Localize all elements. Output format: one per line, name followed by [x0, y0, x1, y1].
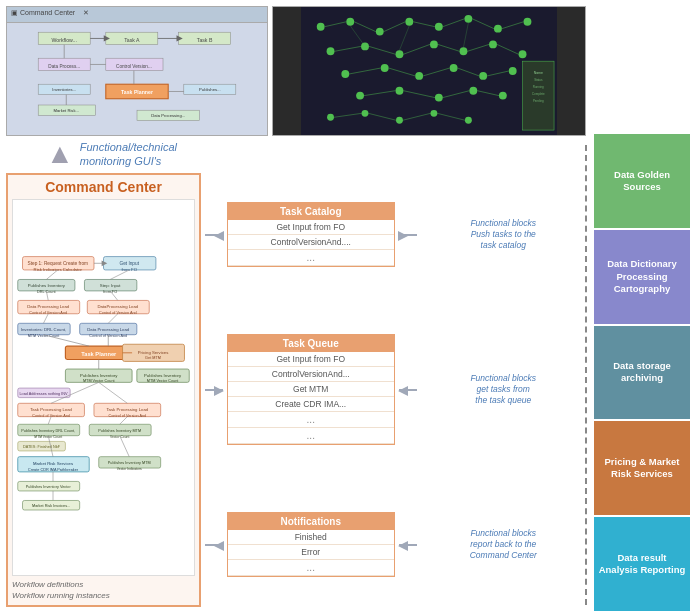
notifications-panel: Notifications Finished Error ...: [227, 512, 395, 577]
queue-annotation-text: Functional blocks get tasks from the tas…: [470, 373, 536, 406]
catalog-annotation: Functional blocks Push tasks to the task…: [421, 218, 587, 251]
task-catalog-row-3: ...: [228, 250, 394, 266]
notifications-row-3: ...: [228, 560, 394, 576]
screenshot-left-title: ▣ Command Center ✕: [11, 9, 89, 16]
svg-line-159: [48, 417, 51, 425]
queue-annotation: Functional blocks get tasks from the tas…: [421, 373, 587, 406]
svg-text:Publishes Inventory: Publishes Inventory: [144, 373, 182, 378]
task-queue-row-2: ControlVersionAnd...: [228, 367, 394, 382]
svg-text:Task Processing Load: Task Processing Load: [106, 407, 148, 412]
svg-text:Control Version...: Control Version...: [116, 64, 152, 69]
svg-text:DataProcessing Load: DataProcessing Load: [97, 304, 138, 309]
command-center-footer: Workflow definitions Workflow running in…: [12, 579, 195, 601]
svg-point-45: [327, 47, 335, 55]
main-area: ▣ Command Center ✕ Workflow... Task A Ta…: [0, 0, 592, 613]
svg-line-170: [120, 436, 130, 457]
notify-annotation: Functional blocks report back to the Com…: [421, 528, 587, 561]
svg-text:Publishes...: Publishes...: [199, 87, 221, 92]
card-pricing: Pricing & Market Risk Services: [594, 421, 690, 515]
svg-line-126: [43, 314, 48, 324]
svg-point-90: [430, 110, 437, 117]
screenshot-left-header: ▣ Command Center ✕: [7, 7, 267, 23]
svg-line-130: [43, 335, 89, 346]
task-queue-row-3: Get MTM: [228, 382, 394, 397]
notifications-row-2: Error: [228, 545, 394, 560]
svg-point-48: [430, 40, 438, 48]
svg-text:Step 1: Request Create from: Step 1: Request Create from: [28, 262, 89, 267]
task-queue-row: Task Queue Get Input from FO ControlVers…: [205, 303, 586, 477]
arrow-annotation-to-catalog: [399, 234, 417, 236]
panels-section: Task Catalog Get Input from FO ControlVe…: [205, 173, 586, 607]
svg-text:Pending: Pending: [533, 99, 544, 103]
svg-text:Get Input: Get Input: [119, 262, 139, 267]
svg-point-36: [494, 25, 502, 33]
svg-text:Task Processing Load: Task Processing Load: [30, 407, 72, 412]
svg-point-31: [346, 18, 354, 26]
svg-point-76: [499, 92, 507, 100]
command-center-title: Command Center: [12, 179, 195, 196]
svg-text:Task Planner: Task Planner: [81, 351, 117, 357]
svg-text:Complete: Complete: [532, 92, 545, 96]
task-queue-panel: Task Queue Get Input from FO ControlVers…: [227, 334, 395, 445]
sidebar-spacer: [594, 2, 690, 132]
svg-point-62: [381, 64, 389, 72]
svg-point-73: [396, 87, 404, 95]
svg-text:Task A: Task A: [124, 37, 140, 43]
task-queue-header: Task Queue: [228, 335, 394, 352]
svg-text:Load Addresses nothing INV: Load Addresses nothing INV: [19, 392, 68, 396]
svg-point-91: [465, 117, 472, 124]
svg-point-61: [341, 70, 349, 78]
command-center-box: Command Center Step 1: Request Create fr…: [6, 173, 201, 607]
svg-text:Task B: Task B: [197, 37, 213, 43]
svg-text:Data Processing Load: Data Processing Load: [87, 327, 130, 332]
card-result: Data result Analysis Reporting: [594, 517, 690, 611]
task-queue-row-5: ...: [228, 412, 394, 428]
workflow-diagram-left: Workflow... Task A Task B Data Process..…: [11, 27, 263, 131]
footer-line2: Workflow running instances: [12, 590, 195, 601]
svg-text:Market Risk...: Market Risk...: [54, 108, 79, 113]
svg-text:Running: Running: [533, 85, 544, 89]
svg-line-160: [120, 417, 128, 425]
svg-point-33: [405, 18, 413, 26]
task-catalog-row: Task Catalog Get Input from FO ControlVe…: [205, 173, 586, 297]
monitoring-text: Functional/technical monitoring GUI's: [80, 140, 177, 169]
bottom-section: Command Center Step 1: Request Create fr…: [6, 173, 586, 607]
svg-text:from FO: from FO: [121, 267, 137, 272]
svg-text:Data Processing Load: Data Processing Load: [27, 304, 70, 309]
svg-text:Status: Status: [534, 78, 543, 82]
screenshot-left-content: Workflow... Task A Task B Data Process..…: [7, 23, 267, 135]
task-queue-row-1: Get Input from FO: [228, 352, 394, 367]
svg-text:Create CDR IMA Pathbreaker: Create CDR IMA Pathbreaker: [28, 468, 79, 472]
svg-text:MTM Vector Count: MTM Vector Count: [147, 380, 180, 384]
svg-text:MTM Vector Count: MTM Vector Count: [28, 334, 61, 338]
svg-point-63: [415, 72, 423, 80]
command-center-workflow-diagram: Step 1: Request Create from Risk Indicat…: [12, 199, 195, 575]
monitoring-section: ▲ Functional/technical monitoring GUI's: [6, 140, 586, 169]
arrow-cc-to-notify: [205, 544, 223, 546]
svg-text:DATES: Finished NbF: DATES: Finished NbF: [23, 445, 61, 449]
catalog-annotation-text: Functional blocks Push tasks to the task…: [470, 218, 536, 251]
svg-text:Market Risk Invoices...: Market Risk Invoices...: [32, 505, 70, 509]
svg-text:Get MTM: Get MTM: [145, 357, 161, 361]
svg-text:from FO: from FO: [103, 290, 117, 294]
svg-point-88: [362, 110, 369, 117]
svg-point-35: [464, 15, 472, 23]
svg-point-87: [327, 114, 334, 121]
task-catalog-row-2: ControlVersionAnd....: [228, 235, 394, 250]
svg-point-66: [509, 67, 517, 75]
svg-text:Pricing Services: Pricing Services: [138, 350, 169, 355]
svg-text:Data Processing...: Data Processing...: [151, 113, 185, 118]
notifications-header: Notifications: [228, 513, 394, 530]
task-queue-row-4: Create CDR IMA...: [228, 397, 394, 412]
svg-line-127: [108, 314, 118, 324]
task-queue-row-6: ...: [228, 428, 394, 444]
svg-point-30: [317, 23, 325, 31]
up-arrow-icon: ▲: [46, 140, 74, 168]
screenshot-left: ▣ Command Center ✕ Workflow... Task A Ta…: [6, 6, 268, 136]
card-golden-sources: Data Golden Sources: [594, 134, 690, 228]
svg-text:Vector Indicators: Vector Indicators: [117, 467, 142, 471]
svg-point-51: [519, 50, 527, 58]
arrow-annotation-to-notify: [399, 544, 417, 546]
screenshot-right: Name Status Running Complete Pending: [272, 6, 586, 136]
task-catalog-header: Task Catalog: [228, 203, 394, 220]
